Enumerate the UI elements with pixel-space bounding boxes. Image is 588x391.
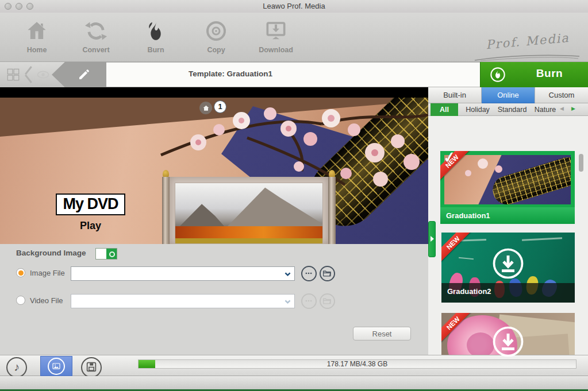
- template-grid-icon[interactable]: [6, 67, 21, 82]
- titlebar: Leawo Prof. Media: [0, 0, 588, 13]
- home-icon: [25, 34, 48, 44]
- burn-button[interactable]: Burn: [480, 62, 588, 87]
- reset-button[interactable]: Reset: [353, 327, 411, 340]
- disc-capacity-bar: 178.17 MB/4.38 GB: [138, 359, 577, 369]
- category-nature[interactable]: Nature: [533, 103, 558, 116]
- image-file-label: Image File: [30, 269, 65, 277]
- tab-online[interactable]: Online: [482, 87, 535, 103]
- edit-mode-button[interactable]: [52, 62, 106, 87]
- category-scroll-left-icon[interactable]: ◀: [560, 106, 564, 111]
- image-file-radio[interactable]: [16, 268, 25, 277]
- template-source-tabs: Built-in Online Custom: [428, 87, 588, 103]
- background-music-button[interactable]: ♪: [6, 357, 27, 378]
- video-file-radio[interactable]: [16, 296, 25, 305]
- video-file-combobox[interactable]: [71, 294, 295, 308]
- background-image-toggle[interactable]: [95, 248, 117, 260]
- burn-flame-icon: [144, 34, 167, 44]
- disc-capacity-text: 178.17 MB/4.38 GB: [139, 360, 576, 368]
- category-holiday[interactable]: Holiday: [463, 103, 493, 116]
- video-file-more-button[interactable]: [301, 293, 317, 309]
- menu-background-art: My DVD Play 1: [0, 98, 428, 244]
- image-file-combobox[interactable]: [71, 266, 295, 281]
- scroll-pole: [162, 177, 170, 244]
- sub-toolbar: Template: Graduation1 Burn: [0, 62, 588, 87]
- mountain-art: [212, 184, 322, 231]
- background-image-label: Background Image: [16, 249, 86, 257]
- background-settings-panel: Background Image Image File Video File: [0, 244, 428, 355]
- toolbar-item-label: Convert: [68, 46, 124, 54]
- menu-title-textbox[interactable]: My DVD: [56, 193, 125, 215]
- image-file-browse-button[interactable]: [320, 266, 335, 281]
- window-title: Leawo Prof. Media: [0, 2, 588, 10]
- blossom-art: [495, 165, 502, 173]
- toolbar-item-label: Copy: [189, 46, 244, 54]
- burn-button-flame-icon: [490, 67, 506, 83]
- diploma-scroll-art: [489, 155, 571, 204]
- image-file-more-button[interactable]: [301, 266, 317, 281]
- main-toolbar: Home Convert Burn Copy Download Prof. Me…: [0, 13, 588, 62]
- toggle-on-half: [106, 249, 117, 259]
- category-all[interactable]: All: [431, 103, 458, 116]
- convert-icon: [84, 34, 107, 44]
- template-sidebar: Built-in Online Custom All Holiday Stand…: [428, 87, 588, 355]
- category-standard[interactable]: Standard: [494, 103, 530, 116]
- foliage-art: [175, 226, 322, 239]
- preview-mode-button[interactable]: [25, 62, 56, 87]
- template-thumbnail: [444, 155, 571, 204]
- toolbar-item-convert[interactable]: Convert: [68, 20, 124, 59]
- download-template-button[interactable]: [492, 247, 524, 280]
- menu-home-button[interactable]: [199, 102, 212, 114]
- scroll-pole: [328, 177, 336, 244]
- toolbar-item-home[interactable]: Home: [9, 20, 64, 59]
- toolbar-item-label: Burn: [128, 46, 183, 54]
- blossom-art: [478, 158, 488, 169]
- toolbar-item-copy[interactable]: Copy: [189, 20, 244, 59]
- chevron-line: [25, 75, 32, 83]
- template-card-graduation2[interactable]: NEW Graduation2: [441, 233, 575, 303]
- blossom-art: [465, 170, 471, 176]
- chevron-line: [25, 66, 32, 75]
- video-file-browse-button[interactable]: [320, 293, 335, 309]
- template-list: NEW ✓ Graduation1 NEW: [428, 116, 588, 355]
- category-scroll-right-icon[interactable]: ▶: [571, 106, 575, 111]
- disc-copy-icon: [205, 34, 228, 44]
- download-template-button[interactable]: [492, 326, 524, 358]
- selected-check-icon: ✓: [442, 151, 457, 167]
- disc-save-icon: [85, 365, 98, 375]
- burn-button-label: Burn: [515, 67, 584, 80]
- rose-art: [467, 332, 494, 358]
- app-window: Leawo Prof. Media Home Convert Burn Copy…: [0, 0, 588, 391]
- menu-preview: My DVD Play 1: [0, 87, 428, 244]
- scroll-banner-art: [162, 171, 336, 244]
- music-note-icon: ♪: [14, 361, 20, 373]
- download-icon: [264, 34, 287, 44]
- video-file-label: Video File: [30, 296, 63, 305]
- toolbar-item-download[interactable]: Download: [248, 20, 303, 59]
- template-card-graduation1[interactable]: NEW ✓ Graduation1: [440, 151, 575, 224]
- brand-script-logo: Prof. Media: [475, 30, 579, 53]
- tab-built-in[interactable]: Built-in: [428, 87, 482, 103]
- toggle-off-half: [96, 249, 106, 259]
- scroll-parchment: [170, 177, 328, 244]
- toolbar-item-label: Download: [248, 46, 303, 54]
- video-file-input[interactable]: [74, 295, 276, 307]
- template-name-label: Graduation1: [440, 207, 575, 224]
- toolbar-item-burn[interactable]: Burn: [128, 20, 183, 59]
- background-image-button-active[interactable]: [40, 356, 72, 376]
- wallpaper-photo: [175, 183, 323, 244]
- bottom-toolbar: ♪ 178.17 MB/4.38 GB: [0, 355, 588, 376]
- disc-menu-button[interactable]: [81, 357, 102, 378]
- template-name-label: Template: Graduation1: [106, 69, 355, 78]
- chalk-art: [522, 237, 562, 241]
- bottom-strip: [0, 376, 588, 389]
- image-icon: [48, 358, 65, 375]
- image-file-input[interactable]: [74, 268, 276, 280]
- template-name-label: Graduation2: [441, 283, 575, 303]
- sidebar-scrollbar-thumb[interactable]: [579, 154, 583, 172]
- menu-page-badge: 1: [214, 100, 226, 113]
- menu-play-item[interactable]: Play: [56, 220, 125, 232]
- template-category-bar: All Holiday Standard Nature ◀ ▶: [428, 103, 588, 116]
- tab-custom[interactable]: Custom: [535, 87, 588, 103]
- sidebar-collapse-handle[interactable]: [428, 221, 436, 257]
- foliage-art: [175, 238, 322, 243]
